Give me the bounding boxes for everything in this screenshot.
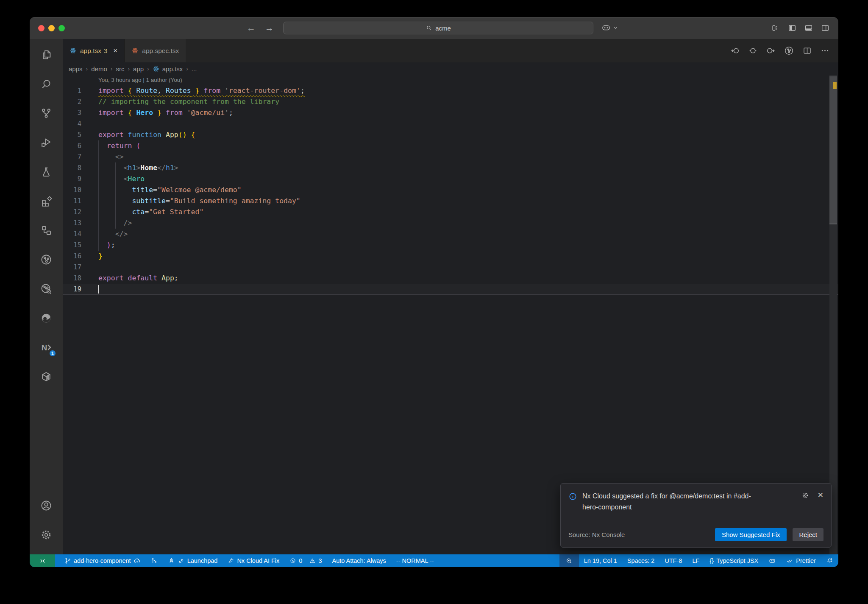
chevron-down-icon: [613, 25, 618, 31]
git-branch-item[interactable]: add-hero-component: [59, 554, 146, 567]
current-change-icon[interactable]: [748, 46, 758, 56]
package-cube-icon[interactable]: [30, 362, 63, 391]
extensions-icon[interactable]: [30, 186, 63, 215]
toggle-sidebar-left-icon[interactable]: [787, 23, 797, 33]
explorer-icon[interactable]: [30, 40, 63, 69]
notifications-bell-item[interactable]: [821, 554, 838, 567]
notification-settings-gear-icon[interactable]: [801, 492, 809, 499]
zoom-indicator-item[interactable]: [559, 554, 579, 567]
vim-mode-item[interactable]: -- NORMAL --: [391, 554, 439, 567]
line-number: 16: [63, 251, 81, 262]
tab-app-tsx[interactable]: app.tsx 3 ×: [63, 39, 124, 62]
show-suggested-fix-button[interactable]: Show Suggested Fix: [715, 528, 787, 541]
more-actions-icon[interactable]: [820, 46, 830, 56]
hierarchy-icon[interactable]: [30, 215, 63, 245]
notification-message: Nx Cloud suggested a fix for @acme/demo:…: [582, 491, 759, 513]
notification-toast: Nx Cloud suggested a fix for @acme/demo:…: [560, 483, 832, 548]
line-number: 14: [63, 229, 81, 240]
code-line-5[interactable]: 5export function App() {: [63, 129, 838, 140]
nx-cloud-ai-fix-item[interactable]: Nx Cloud AI Fix: [223, 554, 284, 567]
reject-button[interactable]: Reject: [793, 528, 823, 541]
code-line-4[interactable]: 4: [63, 118, 838, 129]
indentation-item[interactable]: Spaces: 2: [622, 554, 660, 567]
split-editor-icon[interactable]: [802, 46, 812, 56]
code-editor[interactable]: You, 3 hours ago | 1 author (You) 1impor…: [63, 75, 838, 295]
code-line-18[interactable]: 18export default App;: [63, 273, 838, 284]
code-line-9[interactable]: 9<Hero: [63, 173, 838, 185]
code-line-6[interactable]: 6return (: [63, 140, 838, 151]
code-line-19[interactable]: 19: [63, 284, 838, 295]
breadcrumb-separator: ›: [128, 65, 130, 72]
line-number: 13: [63, 218, 81, 229]
line-number: 12: [63, 207, 81, 218]
line-number: 3: [63, 107, 81, 118]
breadcrumb-item-apptsx[interactable]: app.tsx: [153, 65, 183, 73]
close-tab-icon[interactable]: ×: [113, 47, 117, 54]
code-line-15[interactable]: 15);: [63, 240, 838, 251]
traffic-lights: [38, 25, 65, 31]
command-center-search[interactable]: acme: [283, 22, 593, 34]
nx-run-target-icon[interactable]: [784, 45, 794, 56]
code-line-7[interactable]: 7<>: [63, 151, 838, 162]
auto-attach-item[interactable]: Auto Attach: Always: [327, 554, 391, 567]
formatter-item[interactable]: Prettier: [781, 554, 821, 567]
code-line-8[interactable]: 8<h1>Home</h1>: [63, 162, 838, 173]
copilot-status-item[interactable]: [763, 554, 781, 567]
nx-console-icon[interactable]: N1: [30, 333, 63, 362]
minimize-window-button[interactable]: [48, 25, 55, 31]
line-number: 19: [63, 284, 81, 295]
history-back-icon[interactable]: ←: [247, 23, 256, 33]
customize-layout-icon[interactable]: [771, 23, 780, 33]
breadcrumb-item-demo[interactable]: demo: [91, 65, 107, 73]
code-line-2[interactable]: 2// importing the component from the lib…: [63, 96, 838, 107]
testing-icon[interactable]: [30, 157, 63, 186]
breadcrumb-item-apps[interactable]: apps: [69, 65, 83, 73]
line-number: 5: [63, 129, 81, 140]
line-number: 10: [63, 185, 81, 196]
notification-close-icon[interactable]: ✕: [818, 491, 823, 500]
close-window-button[interactable]: [38, 25, 45, 31]
code-line-1[interactable]: 1import { Route, Routes } from 'react-ro…: [63, 85, 838, 96]
code-line-17[interactable]: 17: [63, 262, 838, 273]
braces-icon: {}: [709, 557, 714, 564]
edge-devtools-icon[interactable]: [30, 303, 63, 333]
line-number: 7: [63, 151, 81, 162]
previous-change-icon[interactable]: [730, 46, 740, 56]
double-check-icon: [786, 557, 793, 565]
breadcrumb-item-src[interactable]: src: [116, 65, 124, 73]
nx-graph-icon[interactable]: [30, 245, 63, 274]
code-line-13[interactable]: 13/>: [63, 218, 838, 229]
settings-gear-icon[interactable]: [30, 520, 63, 549]
encoding-item[interactable]: UTF-8: [659, 554, 687, 567]
code-line-10[interactable]: 10title="Welcmoe @acme/demo": [63, 185, 838, 196]
remote-indicator[interactable]: [30, 554, 55, 567]
nx-graph-search-icon[interactable]: [30, 274, 63, 303]
problems-item[interactable]: 0 3: [284, 554, 327, 567]
scrollbar-thumb[interactable]: [829, 76, 837, 224]
code-line-12[interactable]: 12cta="Get Started": [63, 207, 838, 218]
search-icon[interactable]: [30, 69, 63, 98]
maximize-window-button[interactable]: [58, 25, 65, 31]
line-number: 2: [63, 96, 81, 107]
eol-item[interactable]: LF: [687, 554, 705, 567]
tab-app-spec-tsx[interactable]: app.spec.tsx: [124, 39, 186, 62]
launchpad-item[interactable]: Launchpad: [163, 554, 223, 567]
source-control-icon[interactable]: [30, 98, 63, 128]
code-line-16[interactable]: 16}: [63, 251, 838, 262]
breadcrumb-item-app[interactable]: app: [133, 65, 144, 73]
code-line-11[interactable]: 11subtitle="Build something amazing toda…: [63, 196, 838, 207]
toggle-sidebar-right-icon[interactable]: [821, 23, 830, 33]
code-line-14[interactable]: 14</>: [63, 229, 838, 240]
toggle-panel-icon[interactable]: [804, 23, 813, 33]
breadcrumb-item-[interactable]: ...: [192, 65, 197, 73]
next-change-icon[interactable]: [766, 46, 776, 56]
history-forward-icon[interactable]: →: [265, 23, 274, 33]
cursor-position-item[interactable]: Ln 19, Col 1: [579, 554, 622, 567]
source-control-graph-button[interactable]: [146, 554, 163, 567]
language-mode-item[interactable]: {} TypeScript JSX: [704, 554, 763, 567]
copilot-menu-button[interactable]: [601, 22, 618, 33]
git-blame-annotation: You, 3 hours ago | 1 author (You): [63, 75, 838, 85]
run-debug-icon[interactable]: [30, 128, 63, 157]
account-icon[interactable]: [30, 491, 63, 520]
code-line-3[interactable]: 3import { Hero } from '@acme/ui';: [63, 107, 838, 118]
